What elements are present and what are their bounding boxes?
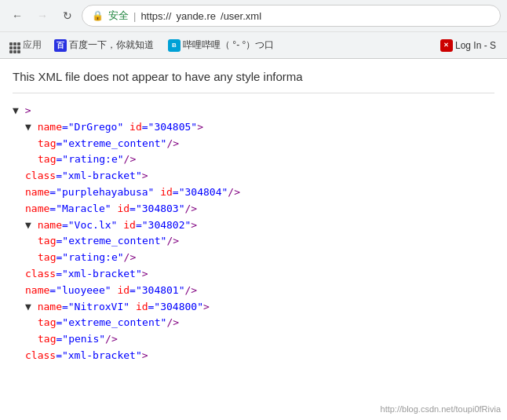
xml-line: class="xml-bracket">	[13, 266, 494, 283]
xml-viewer: ▼ >▼ name="DrGrego" id="304805"> tag="ex…	[13, 103, 494, 364]
xml-line: ▼ name="DrGrego" id="304805">	[13, 119, 494, 136]
login-label: Log In - S	[455, 40, 496, 51]
forward-button[interactable]: →	[31, 5, 53, 27]
back-button[interactable]: ←	[6, 5, 28, 27]
xml-toggle-arrow[interactable]: ▼	[13, 104, 25, 116]
xml-line: name="purplehayabusa" id="304804"/>	[13, 184, 494, 201]
grid-icon	[9, 37, 20, 53]
xml-toggle-arrow[interactable]: ▼	[25, 121, 38, 133]
refresh-button[interactable]: ↻	[57, 5, 78, 27]
url-path: /user.xml	[221, 10, 261, 22]
apps-label: 应用	[23, 38, 42, 52]
apps-bookmark[interactable]: 应用	[6, 35, 45, 55]
url-protocol: https://	[140, 10, 171, 22]
login-bookmark[interactable]: ✕ Log In - S	[436, 38, 501, 53]
xml-toggle-arrow[interactable]: ▼	[25, 301, 38, 312]
xml-line: tag="penis"/>	[13, 331, 494, 348]
xml-line: tag="rating:e"/>	[13, 250, 494, 266]
bilibili-icon: B	[168, 39, 181, 52]
url-domain: yande.re	[176, 10, 216, 22]
browser-chrome: ← → ↻ 🔒 安全 | https://yande.re/user.xml 应…	[0, 0, 507, 59]
xml-line: tag="rating:e"/>	[13, 152, 494, 168]
xml-line: ▼ name="Voc.lx" id="304802">	[13, 217, 494, 234]
bookmarks-bar: 应用 百 百度一下，你就知道 B 哔哩哔哩（ °- °）つ口 ✕ Log In …	[0, 31, 507, 58]
xml-line: ▼ >	[13, 103, 494, 119]
baidu-bookmark[interactable]: 百 百度一下，你就知道	[49, 37, 159, 53]
xml-toggle-arrow[interactable]: ▼	[25, 219, 38, 231]
lock-icon: 🔒	[92, 10, 104, 21]
bilibili-bookmark[interactable]: B 哔哩哔哩（ °- °）つ口	[163, 37, 279, 53]
xml-notice: This XML file does not appear to have an…	[13, 68, 494, 93]
address-bar[interactable]: 🔒 安全 | https://yande.re/user.xml	[82, 5, 501, 27]
xml-line: tag="extreme_content"/>	[13, 136, 494, 152]
yandere-icon: ✕	[440, 39, 453, 52]
xml-line: class="xml-bracket">	[13, 168, 494, 184]
xml-line: name="luoyeee" id="304801"/>	[13, 283, 494, 299]
nav-bar: ← → ↻ 🔒 安全 | https://yande.re/user.xml	[0, 0, 507, 31]
secure-label: 安全	[108, 9, 129, 23]
baidu-icon: 百	[54, 39, 67, 52]
xml-line: tag="extreme_content"/>	[13, 315, 494, 331]
baidu-label: 百度一下，你就知道	[69, 38, 154, 52]
xml-line: tag="extreme_content"/>	[13, 233, 494, 250]
url-separator: |	[133, 10, 136, 22]
page-content: This XML file does not appear to have an…	[0, 59, 507, 374]
xml-line: ▼ name="NitroxVI" id="304800">	[13, 299, 494, 316]
xml-line: class="xml-bracket">	[13, 348, 494, 364]
xml-line: name="Maracle" id="304803"/>	[13, 201, 494, 217]
bilibili-label: 哔哩哔哩（ °- °）つ口	[183, 38, 274, 52]
